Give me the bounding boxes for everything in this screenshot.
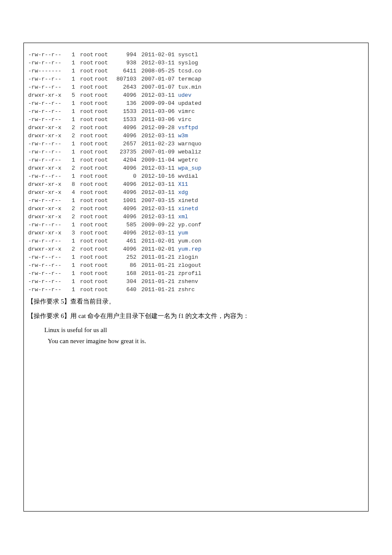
file-name: zlogin xyxy=(176,253,198,261)
file-name: zshrc xyxy=(176,286,195,294)
task-6: 【操作要求 6】用 cat 命令在用户主目录下创建一名为 f1 的文本文件，内容… xyxy=(27,311,368,321)
listing-row: -rw-r--r--1 rootroot4204 2009-11-04wgetr… xyxy=(28,156,207,164)
listing-row: drwxr-xr-x8 rootroot4096 2012-03-11X11 xyxy=(28,180,207,188)
dir-name: w3m xyxy=(176,132,188,140)
listing-row: -rw-r--r--1 rootroot807103 2007-01-07ter… xyxy=(28,75,207,83)
listing-row: drwxr-xr-x2 rootroot4096 2012-09-28vsftp… xyxy=(28,124,207,132)
listing-row: -rw-r--r--1 rootroot86 2011-01-21zlogout xyxy=(28,261,207,269)
dir-name: udev xyxy=(176,91,191,99)
content-frame: -rw-r--r--1 rootroot994 2011-02-01sysctl… xyxy=(23,43,369,512)
file-name: warnquo xyxy=(176,140,202,148)
file-name: termcap xyxy=(176,75,202,83)
file-name: vimrc xyxy=(176,107,195,116)
terminal-listing: -rw-r--r--1 rootroot994 2011-02-01sysctl… xyxy=(24,51,207,294)
listing-row: -rw-r--r--1 rootroot168 2011-01-21zprofi… xyxy=(28,269,207,278)
listing-row: -rw-r--r--1 rootroot585 2009-09-22yp.con… xyxy=(28,221,207,229)
listing-row: -rw-r--r--1 rootroot994 2011-02-01sysctl xyxy=(28,51,207,59)
file-name: virc xyxy=(176,116,191,124)
dir-name: xinetd xyxy=(176,205,198,213)
listing-row: -rw-------1 rootroot6411 2008-05-25tcsd.… xyxy=(28,67,207,75)
file-name: yp.conf xyxy=(176,221,202,229)
dir-name: yum.rep xyxy=(176,245,202,253)
file-content-line-2: You can never imagine how great it is. xyxy=(48,335,368,347)
listing-row: -rw-r--r--1 rootroot304 2011-01-21zshenv xyxy=(28,278,207,286)
dir-name: xml xyxy=(176,213,188,221)
listing-row: -rw-r--r--1 rootroot252 2011-01-21zlogin xyxy=(28,253,207,261)
dir-name: yum xyxy=(176,229,188,237)
file-name: zlogout xyxy=(176,261,202,269)
listing-row: -rw-r--r--1 rootroot938 2012-03-11syslog xyxy=(28,59,207,67)
file-name: webaliz xyxy=(176,148,202,156)
file-name: wgetrc xyxy=(176,156,198,164)
listing-row: -rw-r--r--1 rootroot2643 2007-01-07tux.m… xyxy=(28,83,207,91)
listing-row: -rw-r--r--1 rootroot0 2012-10-16wvdial xyxy=(28,172,207,180)
file-name: syslog xyxy=(176,59,198,67)
task-5: 【操作要求 5】查看当前目录。 xyxy=(27,296,368,306)
listing-row: -rw-r--r--1 rootroot461 2011-02-01yum.co… xyxy=(28,237,207,245)
listing-row: drwxr-xr-x2 rootroot4096 2012-03-11xinet… xyxy=(28,205,207,213)
file-name: tcsd.co xyxy=(176,67,202,75)
file-name: tux.min xyxy=(176,83,202,91)
dir-name: xdg xyxy=(176,188,188,197)
listing-row: drwxr-xr-x2 rootroot4096 2012-03-11w3m xyxy=(28,132,207,140)
listing-row: drwxr-xr-x4 rootroot4096 2012-03-11xdg xyxy=(28,188,207,197)
listing-row: -rw-r--r--1 rootroot1001 2007-03-15xinet… xyxy=(28,197,207,205)
file-name: updated xyxy=(176,99,202,107)
listing-row: drwxr-xr-x2 rootroot4096 2012-03-11wpa_s… xyxy=(28,164,207,172)
file-name: zprofil xyxy=(176,269,202,278)
listing-row: -rw-r--r--1 rootroot640 2011-01-21zshrc xyxy=(28,286,207,294)
file-name: yum.con xyxy=(176,237,202,245)
listing-row: drwxr-xr-x2 rootroot4096 2011-02-01yum.r… xyxy=(28,245,207,253)
listing-row: drwxr-xr-x2 rootroot4096 2012-03-11xml xyxy=(28,213,207,221)
listing-row: -rw-r--r--1 rootroot23735 2007-01-09weba… xyxy=(28,148,207,156)
listing-row: -rw-r--r--1 rootroot2657 2011-02-23warnq… xyxy=(28,140,207,148)
listing-row: -rw-r--r--1 rootroot1533 2011-03-06vimrc xyxy=(28,107,207,116)
file-name: wvdial xyxy=(176,172,198,180)
file-name: xinetd xyxy=(176,197,198,205)
page: -rw-r--r--1 rootroot994 2011-02-01sysctl… xyxy=(0,0,392,555)
file-content-line-1: Linux is useful for us all xyxy=(44,324,368,335)
dir-name: X11 xyxy=(176,180,188,188)
listing-row: drwxr-xr-x3 rootroot4096 2012-03-11yum xyxy=(28,229,207,237)
file-name: sysctl xyxy=(176,51,198,59)
file-name: zshenv xyxy=(176,278,198,286)
listing-row: -rw-r--r--1 rootroot1533 2011-03-06virc xyxy=(28,116,207,124)
listing-row: -rw-r--r--1 rootroot136 2009-09-04update… xyxy=(28,99,207,107)
listing-row: drwxr-xr-x5 rootroot4096 2012-03-11udev xyxy=(28,91,207,99)
dir-name: wpa_sup xyxy=(176,164,202,172)
dir-name: vsftpd xyxy=(176,124,198,132)
